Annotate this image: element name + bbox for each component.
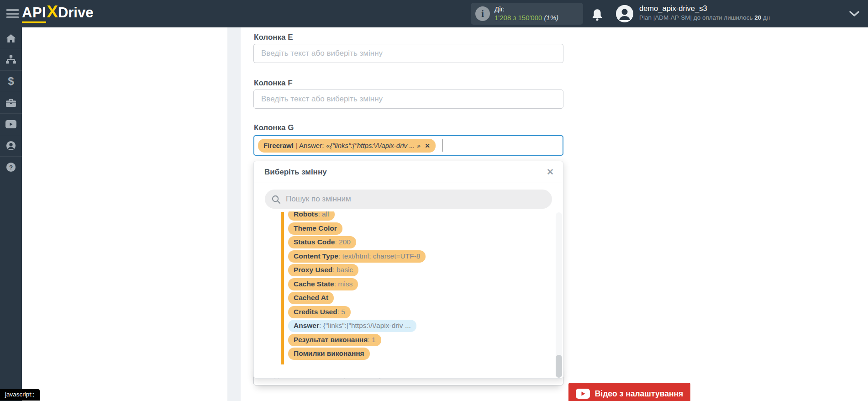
variable-chip[interactable]: Cache State: miss <box>288 278 358 290</box>
logo-part-drive: Drive <box>58 5 94 21</box>
chip-source: Firecrawl <box>263 142 294 149</box>
usage-percent: (1%) <box>544 14 558 21</box>
browser-status-tooltip: javascript:; <box>0 389 40 401</box>
chip-field: | Answer: <box>296 142 324 149</box>
user-avatar[interactable] <box>616 5 633 22</box>
column-e-input[interactable] <box>253 44 563 63</box>
field-label-column-g: Колонка G <box>254 123 294 132</box>
user-plan: Plan |ADM-AP-SM| до оплати лишилось 20 д… <box>639 14 770 21</box>
content-scroll-track <box>227 27 241 401</box>
sidebar-item-help[interactable]: ? <box>0 156 22 178</box>
sidebar-item-home[interactable] <box>0 27 22 49</box>
user-name: demo_apix-drive_s3 <box>639 4 770 13</box>
home-icon <box>6 34 16 43</box>
chevron-down-icon[interactable] <box>849 11 859 17</box>
menu-toggle-icon[interactable] <box>6 9 19 18</box>
days-left: 20 <box>754 14 761 21</box>
dropdown-scrollbar-thumb[interactable] <box>556 355 562 378</box>
field-label-column-f: Колонка F <box>254 79 293 88</box>
sidebar-item-billing[interactable]: $ <box>0 70 22 92</box>
chip-remove-icon[interactable]: ✕ <box>425 142 430 149</box>
sidebar-item-connections[interactable] <box>0 49 22 70</box>
variable-search[interactable] <box>265 190 552 209</box>
dropdown-title: Виберіть змінну <box>264 168 327 177</box>
variable-chip[interactable]: Robots: all <box>288 211 335 221</box>
sidebar-item-services[interactable] <box>0 92 22 113</box>
notifications-bell-icon[interactable] <box>591 8 603 21</box>
user-menu[interactable]: demo_apix-drive_s3 Plan |ADM-AP-SM| до о… <box>639 4 770 21</box>
variable-chip[interactable]: Credits Used: 5 <box>288 306 351 318</box>
help-icon: ? <box>6 162 16 172</box>
variable-chip[interactable]: Помилки виконання <box>288 348 370 360</box>
close-icon[interactable]: ✕ <box>547 168 554 176</box>
logo-part-api: API <box>22 5 46 23</box>
video-icon <box>5 120 16 128</box>
selected-variable-chip[interactable]: Firecrawl | Answer: «{"links":["https:\/… <box>258 139 436 153</box>
svg-text:?: ? <box>9 164 13 171</box>
sidebar-item-account[interactable] <box>0 135 22 156</box>
sidebar-nav: $ ? <box>0 27 22 401</box>
search-icon <box>272 195 280 204</box>
column-f-input[interactable] <box>253 90 563 109</box>
variable-list-area: Robots: allTheme ColorStatus Code: 200Co… <box>254 211 563 378</box>
video-button-label: Відео з налаштування <box>595 389 684 399</box>
usage-count: 1'208 з 150'000 <box>494 14 542 21</box>
variable-chip[interactable]: Theme Color <box>288 222 342 235</box>
variable-chip[interactable]: Proxy Used: basic <box>288 264 358 276</box>
setup-video-button[interactable]: Відео з налаштування <box>568 383 690 401</box>
variable-search-input[interactable] <box>285 194 531 204</box>
text-caret <box>442 139 443 152</box>
variable-group-bar <box>281 212 284 364</box>
variable-chip[interactable]: Cached At <box>288 292 334 304</box>
logo-part-x: X <box>47 4 58 20</box>
connections-icon <box>6 55 16 64</box>
billing-icon: $ <box>8 77 14 86</box>
account-icon <box>6 141 16 151</box>
usage-label: Дії: <box>494 5 558 14</box>
app-header: APIXDrive i Дії: 1'208 з 150'000(1%) dem… <box>0 0 868 27</box>
apixdrive-logo[interactable]: APIXDrive <box>22 4 93 23</box>
variable-chip[interactable]: Результат виконання: 1 <box>288 334 381 346</box>
field-label-column-e: Колонка E <box>254 33 293 42</box>
services-icon <box>6 98 16 107</box>
variable-list: Robots: allTheme ColorStatus Code: 200Co… <box>288 211 563 360</box>
sidebar-item-video[interactable] <box>0 113 22 135</box>
actions-usage-widget: i Дії: 1'208 з 150'000(1%) <box>471 3 583 25</box>
chip-value: «{"links":["https:\/\/apix-driv ... » <box>326 142 421 149</box>
youtube-icon <box>576 389 590 399</box>
dropdown-scrollbar-track[interactable] <box>556 212 562 377</box>
info-icon: i <box>475 6 490 21</box>
column-g-input[interactable]: Firecrawl | Answer: «{"links":["https:\/… <box>253 135 563 156</box>
variable-chip[interactable]: Content Type: text/html; charset=UTF-8 <box>288 250 426 263</box>
variable-chip[interactable]: Answer: {"links":["https:\/\/apix-driv .… <box>288 320 416 332</box>
variable-chip[interactable]: Status Code: 200 <box>288 236 356 248</box>
variable-picker-dropdown: Виберіть змінну ✕ Robots: allTheme Color… <box>253 161 563 379</box>
